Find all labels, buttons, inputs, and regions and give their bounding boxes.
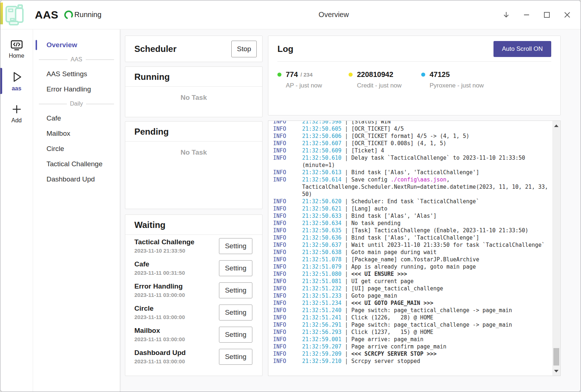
nav-item-cafe[interactable]: Cafe [33,111,120,126]
log-message: 21:32:51.233 | Goto page_main [302,292,549,299]
waiting-task-name: Tactical Challenge [134,238,219,246]
log-message: 21:32:51.080 | <<< UI ENSURE >>> [302,270,549,278]
log-text-segment: Page arrive confirm page_main [351,343,446,350]
log-level: INFO [273,154,302,169]
log-message: 21:32:50.621 | [Lang] auto [302,205,549,212]
stat-dot-icon [421,73,425,77]
log-entry: INFO21:32:50.610 | Delay task `TacticalC… [273,154,549,169]
log-text-segment: Goto main page during wait [351,249,436,256]
nav-item-aas-settings[interactable]: AAS Settings [33,66,120,82]
waiting-title: Waiting [125,220,262,230]
log-level: INFO [273,256,302,263]
log-text-segment: <<< SCRCPY SERVER STOP >>> [351,351,436,357]
log-entry: INFO21:32:51.081 | UI get current page [273,278,549,285]
nav-item-dashboard-upd[interactable]: Dashboard Upd [33,172,120,187]
nav-item-tactical-challenge[interactable]: Tactical Challenge [33,156,120,172]
setting-button-cafe[interactable]: Setting [219,260,252,276]
stop-button[interactable]: Stop [231,41,257,57]
log-separator: | [341,234,351,241]
log-level: INFO [273,343,302,350]
log-text-segment: UI get current page [351,278,414,285]
log-timestamp: 21:32:51.241 [302,314,341,321]
nav-item-mailbox[interactable]: Mailbox [33,126,120,141]
setting-button-error-handling[interactable]: Setting [219,282,252,298]
nav-menu: OverviewAASAAS SettingsError HandlingDai… [33,29,120,392]
waiting-task-dashboard-upd: Dashboard Upd2023-11-11 03:00:00Setting [125,346,262,368]
log-text-segment: ./config\aas.json [391,176,447,183]
hide-arrow-icon[interactable] [499,8,513,22]
log-separator: | [341,126,351,132]
log-message: 21:32:50.637 | Wait until 2023-11-10 21:… [302,241,549,249]
scrollbar-thumb[interactable] [553,348,559,366]
waiting-task-info: Cafe2023-11-11 00:31:50 [134,260,219,276]
code-monitor-icon [10,40,23,51]
log-text-segment: Bind task ['Alas', 'TacticalChallenge'] [351,169,479,176]
rail-item-home[interactable]: Home [0,37,33,62]
log-message: 21:32:50.633 | Bind task ['Alas', 'Alas'… [302,212,549,220]
rail-item-aas[interactable]: aas [0,67,33,95]
log-level: INFO [273,270,302,278]
scheduler-status: Running [64,10,102,20]
waiting-task-next-run: 2023-11-11 00:31:50 [134,270,219,276]
log-message: 21:32:50.613 | Bind task ['Alas', 'Tacti… [302,169,549,176]
nav-section-divider: Daily [39,101,114,107]
log-separator: | [341,256,351,263]
log-separator: | [341,220,351,226]
log-timestamp: 21:32:50.610 [302,155,341,161]
auto-scroll-button[interactable]: Auto Scroll ON [493,41,551,57]
log-text-segment: Bind task ['Alas', 'TacticalChallenge'] [351,234,479,241]
log-entry: INFO21:32:51.079 | App is already runnin… [273,263,549,270]
log-level: INFO [273,147,302,154]
log-text-segment: Page switch: page_tactical_challenge -> … [351,322,512,328]
log-message: 21:32:51.081 | UI get current page [302,278,549,285]
log-timestamp: 21:32:59.209 [302,351,341,357]
log-entry: INFO21:32:51.080 | <<< UI ENSURE >>> [273,270,549,278]
log-entry: INFO21:32:50.636 | Bind task ['Alas', 'T… [273,234,549,241]
log-separator: | [341,264,351,270]
log-entry: INFO21:32:50.598 | [Status] WIN [273,121,549,125]
minimize-icon[interactable] [520,8,533,22]
maximize-icon[interactable] [540,8,554,22]
log-timestamp: 21:32:50.633 [302,213,341,219]
nav-item-circle[interactable]: Circle [33,141,120,156]
log-entry: INFO21:32:50.607 | [OCR_TICKET 0.008s] (… [273,140,549,147]
log-message: 21:32:50.598 | [Status] WIN [302,121,549,125]
waiting-task-name: Circle [134,305,219,313]
log-message: 21:32:50.605 | [OCR_TICKET] 4/5 [302,125,549,132]
log-entry: INFO21:32:51.240 | Page switch: page_tac… [273,307,549,314]
log-level: INFO [273,198,302,205]
log-scrollbar[interactable] [552,121,560,376]
waiting-task-circle: Circle2023-11-11 03:00:00Setting [125,301,262,323]
log-text-segment: [Task] TacticalChallenge (Enable, 2023-1… [351,227,528,234]
close-icon[interactable] [560,8,574,22]
log-entry: INFO21:32:51.234 | <<< UI GOTO PAGE_MAIN… [273,299,549,307]
setting-button-tactical-challenge[interactable]: Setting [219,238,252,254]
log-timestamp: 21:32:51.078 [302,256,341,263]
log-entry: INFO21:32:50.620 | Scheduler: End task `… [273,198,549,205]
nav-item-error-handling[interactable]: Error Handling [33,82,120,97]
log-level: INFO [273,241,302,249]
log-timestamp: 21:32:50.614 [302,176,341,183]
log-text-segment: Click (1237, 15) @ HOME [351,329,433,335]
log-separator: | [341,329,351,335]
logo-accent-strip [0,3,3,24]
setting-button-dashboard-upd[interactable]: Setting [219,349,252,365]
log-timestamp: 21:32:50.613 [302,169,341,176]
setting-button-mailbox[interactable]: Setting [219,327,252,343]
log-text-segment: [UI] page_tactical_challenge [351,285,443,292]
waiting-task-next-run: 2023-11-11 03:00:00 [134,292,219,298]
waiting-task-info: Error Handling2023-11-11 03:00:00 [134,282,219,298]
rail-item-add[interactable]: Add [0,100,33,127]
log-timestamp: 21:32:50.598 [302,121,341,125]
stat-value-row: 220810942 [349,70,421,79]
scroll-up-icon[interactable] [552,122,560,130]
log-entry: INFO21:32:50.614 | Save config ./config\… [273,176,549,198]
log-level: INFO [273,212,302,220]
setting-button-circle[interactable]: Setting [219,305,252,320]
window-controls [499,0,574,29]
log-message: 21:32:50.606 | [OCR_TICKET format] 4/5 -… [302,132,549,140]
log-level: INFO [273,350,302,358]
scheduler-title: Scheduler [134,44,231,54]
nav-item-overview[interactable]: Overview [33,37,120,53]
scroll-down-icon[interactable] [552,367,560,375]
